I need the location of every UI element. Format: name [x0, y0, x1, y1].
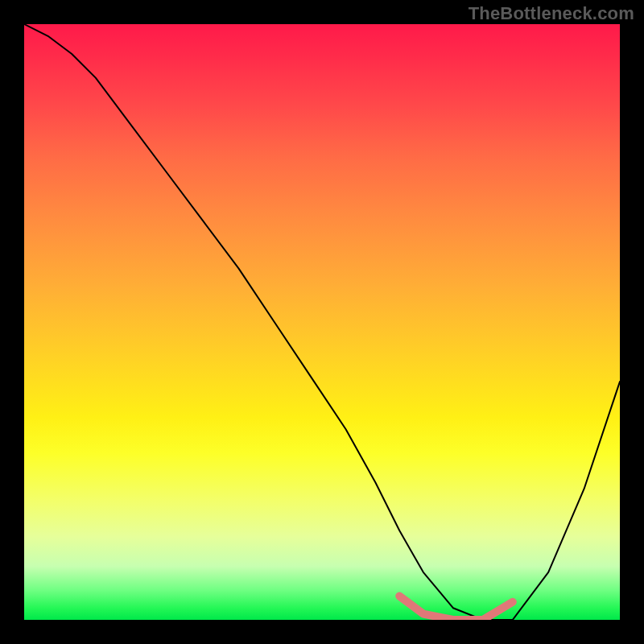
valley-marker-path	[399, 596, 513, 620]
plot-area	[24, 24, 620, 620]
watermark-text: TheBottleneck.com	[469, 3, 634, 24]
bottleneck-chart: TheBottleneck.com	[0, 0, 644, 644]
curve-layer	[24, 24, 620, 620]
bottleneck-curve-path	[24, 24, 620, 620]
